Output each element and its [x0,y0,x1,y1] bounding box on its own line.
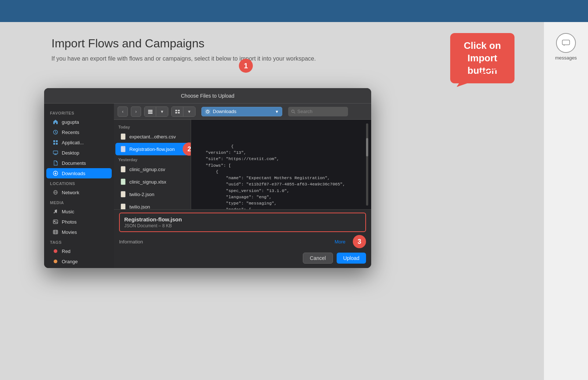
red-tag-icon [52,248,59,254]
step-3-badge: 3 [353,235,366,248]
json2-file-icon [120,190,126,198]
yesterday-label: Yesterday [114,155,191,163]
sidebar-documents-label: Documents [62,160,86,166]
home-icon [52,119,59,125]
photos-icon [52,218,59,225]
sidebar-item-gugupta[interactable]: gugupta [46,117,112,127]
sidebar-item-downloads[interactable]: Downloads [46,168,112,178]
svg-point-12 [56,212,57,213]
search-input[interactable] [297,109,345,114]
sidebar-item-documents[interactable]: Documents [46,158,112,168]
file-clinic-csv-name: clinic_signup.csv [129,167,165,172]
svg-rect-0 [562,40,570,45]
list-view-button[interactable] [144,107,156,116]
dialog-title: Choose Files to Upload [181,93,234,99]
sidebar-item-network[interactable]: Network [46,187,112,198]
downloads-icon [52,170,59,177]
svg-rect-20 [178,110,180,111]
search-box [288,107,348,116]
svg-rect-3 [53,140,55,142]
sidebar-tag-orange[interactable]: Orange [46,256,112,267]
json-file-icon [120,145,126,153]
top-bar [0,0,588,22]
svg-rect-15 [53,230,58,234]
orange-tag-icon [52,258,59,265]
file-twilio-name: twilio.json [129,204,150,210]
svg-rect-7 [53,151,58,154]
step-1-badge: 1 [239,59,253,73]
dialog-body: Favorites gugupta Recents [44,104,371,268]
cancel-button[interactable]: Cancel [303,253,333,264]
sidebar-item-movies[interactable]: Movies [46,227,112,237]
sidebar-item-recents[interactable]: Recents [46,127,112,137]
selected-file-info: Registration-flow.json JSON Document – 8… [119,213,366,232]
file-list-panel: Today expectant...others.csv [114,120,191,209]
file-item-registration-json[interactable]: Registration-flow.json 2 [115,143,189,155]
csv-file-icon [120,133,126,141]
file-registration-name: Registration-flow.json [129,146,175,152]
apps-icon [52,139,59,146]
svg-line-25 [294,112,295,113]
location-dropdown[interactable]: Downloads ▼ [201,107,282,116]
scrollbar-track[interactable] [366,123,368,206]
columns-view-button[interactable]: ▼ [156,107,168,116]
clock-icon [52,129,59,135]
info-row: Information More 3 [119,235,366,248]
selected-filename: Registration-flow.json [124,216,361,222]
file-picker-dialog: Choose Files to Upload Favorites gugupta [44,88,371,268]
more-link[interactable]: More [334,239,345,245]
sidebar-item-photos[interactable]: Photos [46,217,112,227]
documents-icon [52,160,59,166]
xlsx-file-icon [120,178,126,186]
music-icon [52,208,59,215]
grid-view-button[interactable] [172,107,183,116]
back-button[interactable]: ‹ [118,106,128,117]
sidebar-item-music[interactable]: Music [46,206,112,217]
svg-rect-27 [121,146,125,152]
step-2-badge: 2 [183,142,191,156]
messages-widget[interactable]: messages [555,33,577,61]
svg-rect-18 [148,113,153,114]
scrollbar-thumb[interactable] [366,138,368,156]
sidebar-tag-red[interactable]: Red [46,246,112,256]
file-item-expectant-csv[interactable]: expectant...others.csv [115,130,189,143]
dialog-toolbar: ‹ › ▼ [114,104,371,120]
main-area: messages Import Flows and Campaigns If y… [0,22,588,380]
file-item-clinic-xlsx[interactable]: clinic_signup.xlsx [115,175,189,188]
preview-content: { "version": "13", "site": "https://text… [196,137,367,210]
svg-rect-4 [56,140,58,142]
callout-tooltip: Click on Import button [450,33,514,83]
selected-filetype: JSON Document – 8 KB [124,223,361,228]
json3-file-icon [120,203,126,209]
grid-options-button[interactable]: ▼ [183,107,195,116]
messages-label: messages [555,55,577,61]
sidebar-photos-label: Photos [62,219,76,225]
upload-button[interactable]: Upload [337,253,366,264]
forward-button[interactable]: › [131,106,141,117]
sidebar-item-applications[interactable]: Applicati... [46,137,112,148]
search-icon [291,109,295,114]
sidebar-recents-label: Recents [62,130,79,135]
messages-icon [556,33,576,53]
svg-point-24 [292,110,294,112]
sidebar-apps-label: Applicati... [62,140,84,145]
dialog-sidebar: Favorites gugupta Recents [44,104,114,268]
information-label: Information [119,239,143,245]
file-twilio2-name: twilio-2.json [129,192,154,197]
svg-rect-31 [121,204,125,209]
media-label: Media [44,198,114,206]
file-item-twilio-json[interactable]: twilio.json [115,200,189,209]
preview-text: { "version": "13", "site": "https://text… [196,144,367,209]
dropdown-chevron-icon: ▼ [275,109,279,114]
sidebar-movies-label: Movies [62,229,77,235]
svg-rect-22 [178,112,180,113]
svg-rect-30 [121,191,125,197]
file-item-twilio2-json[interactable]: twilio-2.json [115,188,189,200]
view-toggle-group: ▼ [144,106,168,117]
csv2-file-icon [120,165,126,173]
dialog-main: Today expectant...others.csv [114,120,371,209]
sidebar-item-desktop[interactable]: Desktop [46,148,112,158]
tags-label: Tags [44,237,114,246]
file-item-clinic-csv[interactable]: clinic_signup.csv [115,163,189,175]
svg-rect-17 [148,111,153,112]
